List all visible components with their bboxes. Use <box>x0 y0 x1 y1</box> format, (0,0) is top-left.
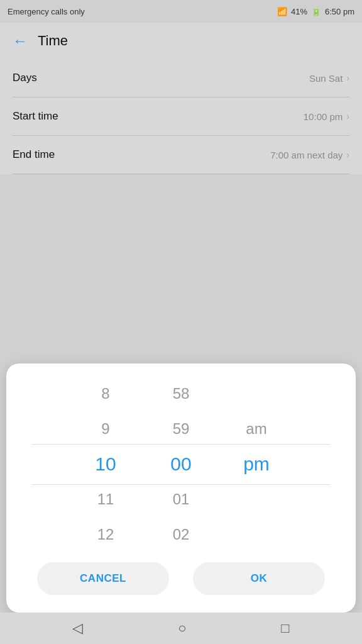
nav-recent-icon[interactable]: □ <box>281 620 289 636</box>
time-picker-dialog: 8 9 10 11 12 58 59 00 01 02 am pm <box>6 364 356 613</box>
hour-item-10[interactable]: 10 <box>68 447 143 482</box>
minute-item-00[interactable]: 00 <box>143 447 219 482</box>
nav-back-icon[interactable]: ◁ <box>72 620 83 636</box>
minutes-column[interactable]: 58 59 00 01 02 <box>143 376 219 552</box>
cancel-button[interactable]: CANCEL <box>37 562 169 595</box>
period-empty-top <box>219 376 294 411</box>
days-chevron-icon: › <box>346 73 349 83</box>
minute-item-02[interactable]: 02 <box>143 517 219 552</box>
status-text: Emergency calls only <box>8 7 85 16</box>
minute-item-01[interactable]: 01 <box>143 482 219 517</box>
wifi-icon: 📶 <box>277 7 287 16</box>
back-button[interactable]: ← <box>13 33 28 48</box>
days-value-group: Sun Sat › <box>309 73 349 84</box>
minute-item-59[interactable]: 59 <box>143 411 219 447</box>
status-right: 📶 41% 🔋 6:50 pm <box>277 7 354 16</box>
picker-columns[interactable]: 8 9 10 11 12 58 59 00 01 02 am pm <box>6 376 356 552</box>
hour-item-9[interactable]: 9 <box>68 411 143 447</box>
period-empty-bottom2 <box>219 517 294 552</box>
days-label: Days <box>13 72 37 84</box>
period-column[interactable]: am pm <box>219 376 294 552</box>
hour-item-12[interactable]: 12 <box>68 517 143 552</box>
picker-buttons: CANCEL OK <box>6 552 356 600</box>
ok-button[interactable]: OK <box>193 562 325 595</box>
background-area <box>0 174 362 275</box>
start-time-label: Start time <box>13 110 58 123</box>
start-time-value-group: 10:00 pm › <box>304 111 349 122</box>
hour-item-11[interactable]: 11 <box>68 482 143 517</box>
clock-time: 6:50 pm <box>325 7 354 16</box>
minute-item-58[interactable]: 58 <box>143 376 219 411</box>
days-setting[interactable]: Days Sun Sat › <box>13 59 349 97</box>
period-item-pm[interactable]: pm <box>219 447 294 482</box>
hours-column[interactable]: 8 9 10 11 12 <box>68 376 143 552</box>
end-time-value-group: 7:00 am next day › <box>270 150 349 160</box>
end-time-label: End time <box>13 148 55 161</box>
end-time-chevron-icon: › <box>346 150 349 160</box>
hour-item-8[interactable]: 8 <box>68 376 143 411</box>
end-time-value: 7:00 am next day <box>270 150 343 160</box>
start-time-value: 10:00 pm <box>304 111 343 122</box>
nav-home-icon[interactable]: ○ <box>178 620 186 636</box>
start-time-chevron-icon: › <box>346 111 349 121</box>
period-empty-bottom <box>219 482 294 517</box>
days-value: Sun Sat <box>309 73 343 84</box>
start-time-setting[interactable]: Start time 10:00 pm › <box>13 97 349 136</box>
settings-list: Days Sun Sat › Start time 10:00 pm › End… <box>0 59 362 174</box>
header: ← Time <box>0 23 362 59</box>
end-time-setting[interactable]: End time 7:00 am next day › <box>13 136 349 174</box>
status-bar: Emergency calls only 📶 41% 🔋 6:50 pm <box>0 0 362 23</box>
period-item-am[interactable]: am <box>219 411 294 447</box>
nav-bar: ◁ ○ □ <box>0 613 362 644</box>
battery-percent: 41% <box>291 7 307 16</box>
battery-icon: 🔋 <box>311 7 321 16</box>
page-title: Time <box>38 33 68 49</box>
time-picker-overlay: 8 9 10 11 12 58 59 00 01 02 am pm <box>0 364 362 613</box>
